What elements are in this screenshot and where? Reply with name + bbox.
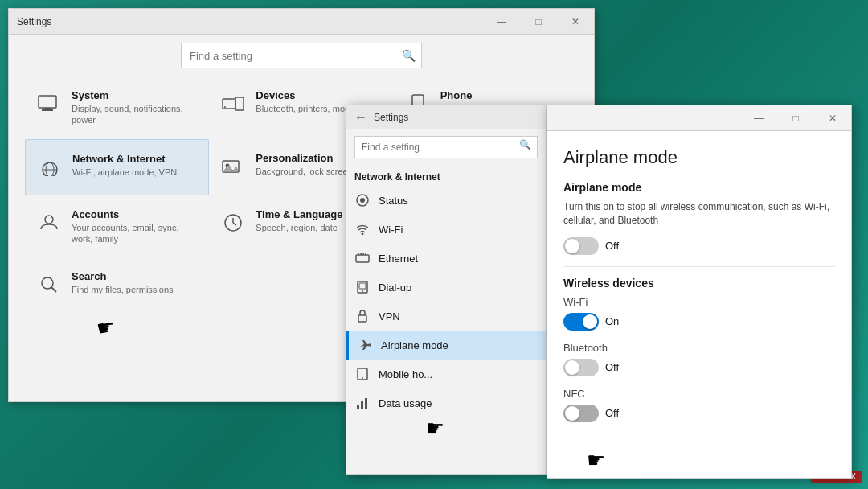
nav-vpn[interactable]: VPN — [346, 302, 546, 331]
network-desc: Wi-Fi, airplane mode, VPN — [72, 166, 177, 178]
minimize-button[interactable]: — — [483, 9, 520, 35]
phone-label: Phone — [440, 89, 473, 101]
wireless-bluetooth-item: Bluetooth Off — [563, 342, 835, 376]
nav-wifi[interactable]: Wi-Fi — [346, 215, 546, 244]
nfc-device-label: NFC — [563, 388, 835, 400]
network-titlebar: ← Settings — [346, 105, 546, 129]
accounts-label: Accounts — [72, 208, 199, 220]
airplane-close-button[interactable]: ✕ — [814, 105, 851, 131]
wireless-section: Wi-Fi On Bluetooth — [563, 296, 835, 422]
maximize-button[interactable]: □ — [520, 9, 557, 35]
airplane-toggle-label: Off — [605, 240, 619, 252]
network-settings-window: ← Settings 🔍 Network & Internet Status W… — [346, 105, 547, 475]
svg-point-22 — [42, 277, 53, 289]
status-icon — [354, 192, 371, 208]
nav-ethernet[interactable]: Ethernet — [346, 244, 546, 273]
nfc-toggle-track[interactable] — [563, 405, 599, 422]
personalization-icon — [219, 152, 248, 181]
airplane-toggle-thumb — [565, 239, 579, 253]
svg-rect-35 — [358, 315, 366, 322]
main-window-title: Settings — [17, 16, 51, 27]
svg-rect-40 — [365, 398, 367, 409]
bluetooth-toggle[interactable] — [563, 359, 599, 376]
airplane-content: Airplane mode Airplane mode Turn this on… — [547, 131, 851, 450]
airplane-nav-icon — [357, 337, 373, 353]
bluetooth-toggle-label: Off — [605, 361, 619, 373]
devices-text: Devices Bluetooth, printers, mouse — [256, 89, 358, 114]
network-search-bar: 🔍 — [346, 129, 546, 165]
settings-item-system[interactable]: System Display, sound, notifications, po… — [25, 76, 209, 139]
bluetooth-device-label: Bluetooth — [563, 342, 835, 354]
search-bar: 🔍 — [9, 35, 594, 76]
airplane-window-controls: — □ ✕ — [740, 105, 851, 131]
bluetooth-toggle-row: Off — [563, 359, 835, 376]
phone-text: Phone — [440, 89, 473, 103]
bluetooth-toggle-track[interactable] — [563, 359, 599, 376]
nav-datausage[interactable]: Data usage — [346, 388, 546, 417]
airplane-heading: Airplane mode — [563, 147, 835, 168]
airplane-section-title: Airplane mode — [563, 181, 835, 194]
wireless-wifi-item: Wi-Fi On — [563, 296, 835, 331]
divider-1 — [563, 266, 835, 267]
nav-airplane[interactable]: Airplane mode — [346, 331, 546, 360]
svg-line-17 — [233, 223, 236, 225]
settings-item-network[interactable]: Network & Internet Wi-Fi, airplane mode,… — [25, 139, 209, 195]
accounts-text: Accounts Your accounts, email, sync, wor… — [72, 208, 199, 245]
svg-rect-2 — [42, 109, 53, 111]
svg-point-26 — [362, 233, 364, 236]
system-text: System Display, sound, notifications, po… — [72, 89, 199, 126]
time-text: Time & Language Speech, region, date — [256, 208, 342, 233]
devices-label: Devices — [256, 89, 358, 101]
network-icon — [35, 153, 64, 182]
devices-icon — [219, 89, 248, 118]
accounts-desc: Your accounts, email, sync, work, family — [72, 222, 199, 245]
svg-point-33 — [362, 290, 363, 292]
settings-item-search[interactable]: Search Find my files, permissions — [25, 257, 209, 312]
mobile-icon — [354, 366, 371, 382]
search-setting-icon — [35, 270, 63, 299]
network-text: Network & Internet Wi-Fi, airplane mode,… — [72, 153, 177, 178]
airplane-label: Airplane mode — [381, 339, 448, 351]
status-label: Status — [379, 195, 408, 207]
main-titlebar: Settings — □ ✕ — [9, 9, 594, 35]
svg-line-23 — [51, 287, 56, 292]
wireless-section-title: Wireless devices — [563, 277, 835, 290]
svg-rect-39 — [361, 401, 363, 409]
datausage-icon — [354, 395, 371, 411]
nfc-toggle[interactable] — [563, 405, 599, 422]
system-desc: Display, sound, notifications, power — [72, 103, 199, 126]
vpn-label: VPN — [379, 310, 400, 323]
ethernet-icon — [354, 250, 371, 266]
nfc-toggle-row: Off — [563, 405, 835, 422]
nav-mobile[interactable]: Mobile ho... — [346, 360, 546, 388]
airplane-minimize-button[interactable]: — — [740, 105, 777, 131]
dialup-label: Dial-up — [379, 281, 411, 294]
nav-dialup[interactable]: Dial-up — [346, 273, 546, 302]
network-search-input[interactable] — [354, 136, 538, 158]
airplane-toggle[interactable] — [563, 237, 599, 255]
nav-status[interactable]: Status — [346, 186, 546, 215]
nfc-toggle-label: Off — [605, 407, 619, 419]
search-icon: 🔍 — [402, 49, 416, 62]
accounts-icon — [35, 208, 63, 237]
network-search-icon: 🔍 — [519, 139, 531, 150]
wifi-toggle-track[interactable] — [563, 313, 599, 331]
network-label: Network & Internet — [72, 153, 177, 165]
svg-rect-1 — [44, 108, 51, 109]
airplane-titlebar: — □ ✕ — [547, 105, 851, 131]
bluetooth-toggle-thumb — [565, 360, 579, 375]
system-label: System — [72, 89, 199, 101]
svg-rect-4 — [235, 97, 244, 110]
svg-point-37 — [362, 377, 363, 379]
close-button[interactable]: ✕ — [557, 9, 594, 35]
airplane-section-desc: Turn this on to stop all wireless commun… — [563, 200, 835, 228]
airplane-maximize-button[interactable]: □ — [777, 105, 814, 131]
time-label: Time & Language — [256, 208, 342, 220]
svg-rect-34 — [359, 283, 366, 289]
wifi-toggle[interactable] — [563, 313, 599, 331]
main-search-input[interactable] — [181, 43, 422, 68]
airplane-toggle-track[interactable] — [563, 237, 599, 255]
back-button[interactable]: ← — [354, 110, 367, 125]
wifi-toggle-label: On — [605, 315, 619, 327]
settings-item-accounts[interactable]: Accounts Your accounts, email, sync, wor… — [25, 195, 209, 258]
